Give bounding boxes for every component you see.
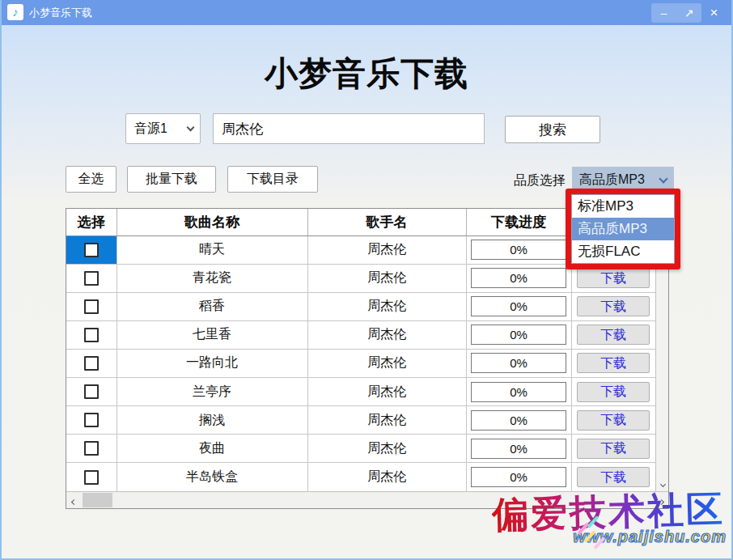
scroll-right-button[interactable] (654, 492, 668, 508)
artist-name-cell: 周杰伦 (307, 349, 466, 377)
select-cell[interactable] (66, 435, 117, 463)
table-row: 一路向北 周杰伦 0% 下载 (66, 349, 655, 377)
download-button[interactable]: 下载 (577, 439, 650, 459)
progress-cell: 0% (466, 264, 571, 292)
music-note-icon: ♪ (12, 5, 19, 19)
page-title: 小梦音乐下载 (2, 52, 731, 96)
progress-cell: 0% (466, 292, 571, 320)
download-button[interactable]: 下载 (577, 382, 650, 402)
download-cell: 下载 (571, 463, 655, 491)
source-select-value: 音源1 (134, 121, 188, 138)
song-name-cell: 七里香 (117, 320, 307, 349)
batch-download-button[interactable]: 批量下载 (127, 166, 216, 193)
minimize-icon: – (661, 6, 667, 19)
scroll-down-button[interactable] (656, 476, 670, 490)
window-title: 小梦音乐下载 (29, 6, 92, 20)
select-cell[interactable] (66, 320, 117, 349)
select-cell[interactable] (66, 406, 117, 435)
select-all-button[interactable]: 全选 (66, 166, 117, 193)
row-checkbox[interactable] (84, 271, 99, 286)
table-row: 兰亭序 周杰伦 0% 下载 (66, 378, 655, 406)
artist-name-cell: 周杰伦 (307, 435, 466, 463)
download-button[interactable]: 下载 (577, 467, 650, 487)
header-progress: 下载进度 (466, 209, 571, 235)
download-cell: 下载 (571, 292, 655, 320)
select-cell[interactable] (66, 378, 117, 406)
song-name-cell: 半岛铁盒 (117, 463, 307, 491)
artist-name-cell: 周杰伦 (307, 292, 466, 320)
artist-name-cell: 周杰伦 (307, 320, 466, 349)
song-name-cell: 夜曲 (117, 435, 307, 463)
chevron-down-icon (659, 174, 667, 183)
progress-box: 0% (471, 325, 566, 345)
download-cell: 下载 (571, 320, 655, 349)
minimize-button[interactable]: – (651, 3, 676, 23)
chevron-right-icon (658, 499, 663, 505)
artist-name-cell: 周杰伦 (307, 378, 466, 406)
artist-name-cell: 周杰伦 (307, 463, 466, 491)
titlebar: ♪ 小梦音乐下载 – ↗ × (0, 0, 733, 25)
progress-box: 0% (471, 467, 566, 487)
row-checkbox[interactable] (84, 299, 99, 314)
table-row: 半岛铁盒 周杰伦 0% 下载 (66, 463, 655, 491)
progress-cell: 0% (466, 435, 571, 463)
quality-label: 品质选择 (481, 172, 566, 189)
app-logo: ♪ (7, 4, 23, 20)
quality-dropdown-annotation: 标准MP3高品质MP3无损FLAC (566, 189, 680, 269)
maximize-button[interactable]: ↗ (676, 3, 701, 23)
song-name-cell: 青花瓷 (117, 264, 307, 292)
song-name-cell: 搁浅 (117, 406, 307, 435)
download-dir-button[interactable]: 下载目录 (227, 166, 318, 193)
select-cell[interactable] (66, 463, 117, 491)
artist-name-cell: 周杰伦 (307, 406, 466, 435)
progress-cell: 0% (466, 320, 571, 349)
table-body: 晴天 周杰伦 0% 下载 青花瓷 周杰伦 0% 下载 稻香 周杰伦 0% 下载 (66, 235, 655, 491)
quality-option[interactable]: 标准MP3 (572, 195, 674, 218)
progress-cell: 0% (466, 349, 571, 377)
horizontal-scroll-thumb[interactable] (83, 493, 112, 507)
source-select[interactable]: 音源1 (125, 113, 201, 144)
table-row: 七里香 周杰伦 0% 下载 (66, 320, 655, 349)
progress-box: 0% (471, 296, 566, 316)
row-checkbox[interactable] (84, 470, 99, 485)
quality-option[interactable]: 高品质MP3 (572, 218, 674, 240)
row-checkbox[interactable] (84, 356, 99, 371)
table-row: 搁浅 周杰伦 0% 下载 (66, 406, 655, 435)
select-cell[interactable] (66, 349, 117, 377)
row-checkbox[interactable] (84, 243, 99, 257)
row-checkbox[interactable] (84, 384, 99, 399)
select-cell[interactable] (66, 264, 117, 292)
download-cell: 下载 (571, 406, 655, 435)
progress-box: 0% (471, 410, 566, 431)
window-controls-highlight: – ↗ (651, 3, 701, 23)
row-checkbox[interactable] (84, 328, 99, 342)
progress-cell: 0% (466, 378, 571, 406)
progress-box: 0% (471, 353, 566, 373)
horizontal-scrollbar[interactable] (66, 491, 668, 508)
maximize-icon: ↗ (684, 6, 694, 19)
progress-box: 0% (471, 268, 566, 288)
progress-box: 0% (471, 439, 566, 459)
download-button[interactable]: 下载 (577, 353, 650, 373)
quality-option[interactable]: 无损FLAC (572, 240, 674, 263)
download-button[interactable]: 下载 (577, 296, 650, 316)
row-checkbox[interactable] (84, 441, 99, 456)
song-name-cell: 晴天 (117, 235, 307, 264)
search-input[interactable] (213, 113, 485, 144)
progress-box: 0% (471, 240, 566, 260)
scroll-left-button[interactable] (66, 492, 81, 508)
download-cell: 下载 (571, 378, 655, 406)
progress-cell: 0% (466, 463, 571, 491)
search-button[interactable]: 搜索 (505, 116, 600, 143)
row-checkbox[interactable] (84, 413, 99, 427)
select-cell[interactable] (66, 235, 117, 264)
header-select: 选择 (66, 209, 117, 235)
download-button[interactable]: 下载 (577, 410, 650, 431)
download-button[interactable]: 下载 (577, 268, 650, 288)
select-cell[interactable] (66, 292, 117, 320)
app-window: ♪ 小梦音乐下载 – ↗ × 小梦音乐下载 音源1 搜索 全选 批量下载 下载目… (0, 0, 733, 560)
song-name-cell: 稻香 (117, 292, 307, 320)
close-button[interactable]: × (701, 3, 727, 23)
header-artist: 歌手名 (307, 209, 466, 235)
download-button[interactable]: 下载 (577, 325, 650, 345)
